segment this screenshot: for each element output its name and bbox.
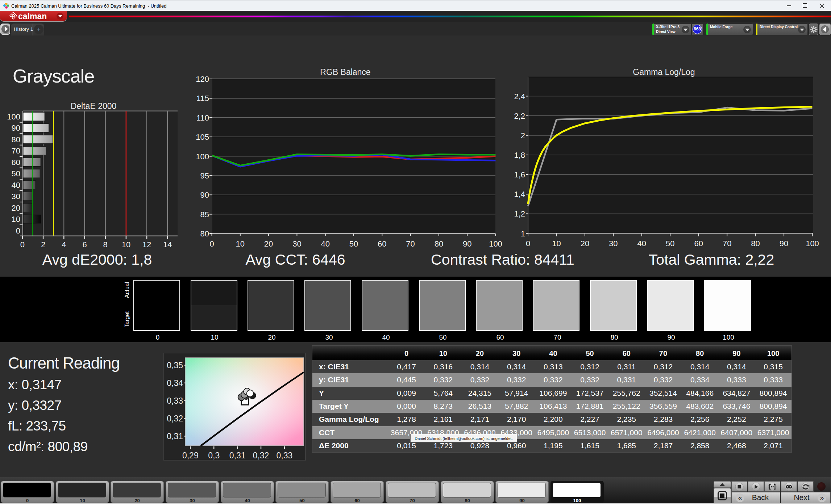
- svg-text:8: 8: [103, 240, 108, 249]
- svg-text:0: 0: [526, 239, 530, 248]
- svg-text:50: 50: [349, 239, 358, 248]
- svg-text:100: 100: [196, 152, 209, 161]
- svg-text:6: 6: [82, 240, 87, 249]
- svg-text:0,34: 0,34: [167, 378, 183, 388]
- svg-text:80: 80: [435, 239, 443, 248]
- svg-text:0,31: 0,31: [229, 451, 246, 460]
- svg-text:DeltaE 2000: DeltaE 2000: [71, 101, 117, 111]
- svg-text:30: 30: [609, 239, 618, 248]
- svg-text:0,33: 0,33: [277, 451, 293, 460]
- svg-text:2: 2: [521, 131, 525, 140]
- svg-text:115: 115: [196, 94, 209, 103]
- svg-text:0,29: 0,29: [182, 451, 199, 460]
- svg-text:20: 20: [264, 239, 273, 248]
- svg-text:40: 40: [321, 239, 329, 248]
- svg-text:95: 95: [200, 171, 209, 180]
- svg-text:50: 50: [666, 239, 674, 248]
- svg-text:120: 120: [196, 75, 209, 84]
- svg-text:Gamma Log/Log: Gamma Log/Log: [633, 67, 695, 77]
- svg-text:60: 60: [12, 158, 20, 167]
- svg-text:60: 60: [694, 239, 703, 248]
- svg-text:2,4: 2,4: [514, 92, 525, 101]
- svg-text:90: 90: [463, 239, 471, 248]
- svg-text:100: 100: [7, 112, 20, 121]
- svg-text:90: 90: [200, 190, 209, 200]
- svg-text:12: 12: [142, 240, 151, 249]
- svg-text:0,33: 0,33: [167, 396, 183, 406]
- svg-text:1: 1: [521, 229, 525, 238]
- svg-text:110: 110: [196, 113, 209, 122]
- svg-text:20: 20: [581, 239, 589, 248]
- svg-text:4: 4: [62, 240, 66, 249]
- svg-text:30: 30: [12, 192, 20, 201]
- svg-text:80: 80: [12, 135, 20, 144]
- svg-text:0: 0: [16, 226, 20, 235]
- svg-text:40: 40: [12, 181, 20, 190]
- svg-text:0,35: 0,35: [167, 361, 183, 370]
- svg-text:0,32: 0,32: [253, 451, 269, 460]
- svg-text:100: 100: [489, 239, 502, 248]
- svg-text:0,31: 0,31: [167, 432, 183, 441]
- svg-text:2: 2: [41, 240, 45, 249]
- svg-text:0,32: 0,32: [167, 414, 183, 423]
- svg-text:2,2: 2,2: [514, 112, 525, 121]
- svg-text:RGB Balance: RGB Balance: [320, 67, 370, 77]
- svg-text:1,4: 1,4: [514, 190, 525, 199]
- svg-text:70: 70: [723, 239, 731, 248]
- svg-text:1,2: 1,2: [514, 209, 525, 218]
- svg-text:20: 20: [12, 203, 20, 213]
- svg-text:90: 90: [12, 123, 20, 133]
- svg-text:85: 85: [200, 210, 209, 219]
- svg-text:10: 10: [12, 215, 20, 224]
- svg-text:50: 50: [12, 169, 20, 178]
- svg-text:80: 80: [751, 239, 760, 248]
- svg-text:10: 10: [122, 240, 130, 249]
- svg-text:70: 70: [406, 239, 415, 248]
- svg-text:40: 40: [637, 239, 646, 248]
- svg-text:70: 70: [12, 146, 20, 155]
- svg-text:80: 80: [200, 229, 209, 238]
- svg-text:100: 100: [806, 239, 819, 248]
- svg-text:90: 90: [780, 239, 788, 248]
- svg-text:1,8: 1,8: [514, 151, 525, 160]
- svg-text:14: 14: [163, 240, 172, 249]
- svg-text:0: 0: [20, 240, 25, 249]
- svg-text:10: 10: [236, 239, 245, 248]
- svg-text:1,6: 1,6: [514, 170, 525, 179]
- svg-text:0: 0: [209, 239, 214, 248]
- svg-text:60: 60: [378, 239, 386, 248]
- svg-text:10: 10: [552, 239, 561, 248]
- svg-text:0,3: 0,3: [208, 451, 220, 460]
- svg-text:30: 30: [292, 239, 301, 248]
- svg-text:105: 105: [196, 133, 209, 142]
